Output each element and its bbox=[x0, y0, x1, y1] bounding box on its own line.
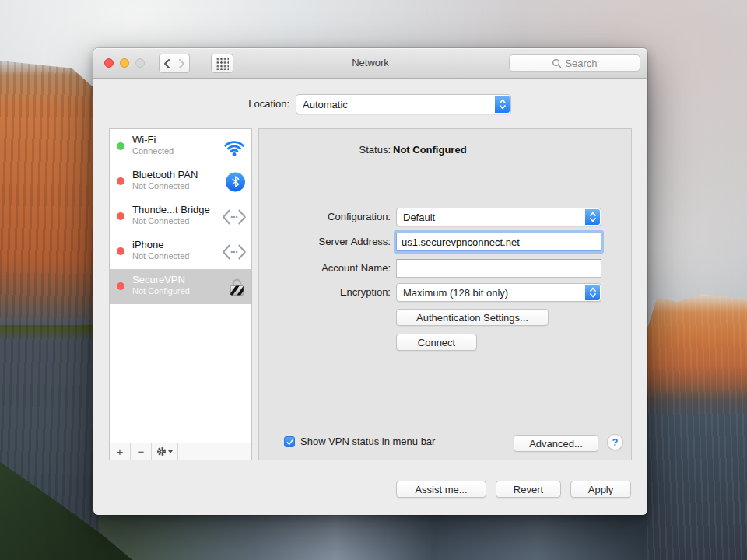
service-name: Thunde...t Bridge bbox=[132, 204, 210, 215]
service-name: SecureVPN bbox=[132, 274, 185, 285]
encryption-label: Encryption: bbox=[259, 286, 391, 298]
advanced-button[interactable]: Advanced... bbox=[514, 435, 598, 452]
apply-button[interactable]: Apply bbox=[570, 481, 631, 498]
forward-chevron-icon bbox=[177, 58, 186, 69]
configuration-label: Configuration: bbox=[259, 211, 391, 222]
checkmark-icon bbox=[286, 438, 294, 446]
back-chevron-icon bbox=[163, 58, 171, 69]
status-dot-red bbox=[117, 177, 124, 185]
bridge-icon bbox=[221, 243, 247, 261]
status-dot-red bbox=[117, 247, 124, 255]
service-name: Wi-Fi bbox=[132, 134, 156, 145]
back-button[interactable] bbox=[159, 54, 174, 73]
wallpaper-right-cliff bbox=[647, 294, 747, 560]
assist-me-button[interactable]: Assist me... bbox=[396, 481, 486, 498]
show-vpn-status-label: Show VPN status in menu bar bbox=[300, 436, 435, 447]
bridge-icon bbox=[221, 208, 247, 226]
grid-icon bbox=[216, 57, 229, 70]
service-status: Not Connected bbox=[132, 216, 189, 226]
status-label: Status: bbox=[259, 144, 391, 156]
desktop: Network Search Location: Automatic bbox=[0, 0, 747, 560]
zoom-button[interactable] bbox=[135, 58, 145, 68]
service-status: Connected bbox=[132, 146, 174, 156]
search-field[interactable]: Search bbox=[509, 54, 640, 72]
status-dot-green bbox=[117, 142, 124, 150]
plus-icon: + bbox=[117, 445, 124, 458]
popup-stepper-icon bbox=[585, 209, 600, 225]
account-name-label: Account Name: bbox=[259, 262, 391, 274]
server-address-field[interactable]: us1.securevpnconnect.net bbox=[396, 233, 601, 251]
configuration-value: Default bbox=[403, 212, 435, 223]
list-actions-bar: + − bbox=[110, 443, 251, 460]
list-item-wifi[interactable]: Wi-Fi Connected bbox=[110, 129, 251, 164]
button-label: Revert bbox=[514, 484, 543, 495]
button-label: Authentication Settings... bbox=[416, 312, 528, 324]
authentication-settings-button[interactable]: Authentication Settings... bbox=[396, 309, 549, 326]
configuration-popup[interactable]: Default bbox=[396, 208, 601, 226]
network-preferences-window: Network Search Location: Automatic bbox=[93, 48, 647, 515]
service-status: Not Configured bbox=[132, 286, 190, 296]
connect-button[interactable]: Connect bbox=[396, 334, 477, 351]
location-label: Location: bbox=[202, 98, 289, 110]
minimize-button[interactable] bbox=[120, 58, 129, 68]
services-list: Wi-Fi Connected Bluetooth PAN Not Connec… bbox=[109, 128, 252, 460]
close-button[interactable] bbox=[104, 58, 114, 68]
window-titlebar: Network Search bbox=[93, 48, 647, 79]
search-placeholder: Search bbox=[565, 58, 597, 69]
status-dot-red bbox=[117, 212, 124, 220]
status-value: Not Configured bbox=[393, 144, 467, 156]
remove-service-button[interactable]: − bbox=[131, 443, 152, 460]
text-caret bbox=[521, 236, 521, 247]
button-label: Assist me... bbox=[415, 484, 467, 495]
encryption-value: Maximum (128 bit only) bbox=[403, 287, 508, 299]
chevron-down-icon bbox=[168, 450, 173, 453]
window-title: Network bbox=[352, 57, 389, 68]
bluetooth-icon bbox=[226, 172, 245, 191]
service-detail-panel: Status: Not Configured Configuration: De… bbox=[258, 128, 632, 460]
service-name: iPhone bbox=[132, 239, 163, 250]
popup-stepper-icon bbox=[495, 96, 510, 113]
list-item-thunderbolt-bridge[interactable]: Thunde...t Bridge Not Connected bbox=[110, 199, 251, 234]
help-button[interactable]: ? bbox=[607, 434, 623, 450]
action-menu-button[interactable] bbox=[152, 443, 178, 460]
minus-icon: − bbox=[138, 445, 145, 458]
service-status: Not Connected bbox=[132, 251, 189, 261]
add-service-button[interactable]: + bbox=[110, 443, 131, 460]
service-status: Not Connected bbox=[132, 181, 189, 191]
list-item-iphone[interactable]: iPhone Not Connected bbox=[110, 234, 251, 269]
list-item-bluetooth-pan[interactable]: Bluetooth PAN Not Connected bbox=[110, 164, 251, 199]
show-all-button[interactable] bbox=[211, 54, 233, 73]
nav-buttons bbox=[159, 54, 190, 73]
button-label: Advanced... bbox=[529, 438, 583, 450]
vpn-lock-icon bbox=[226, 276, 247, 297]
account-name-field[interactable] bbox=[396, 259, 601, 278]
location-value: Automatic bbox=[303, 99, 348, 110]
gear-icon bbox=[156, 446, 167, 457]
show-vpn-status-checkbox[interactable] bbox=[284, 436, 295, 447]
button-label: Connect bbox=[418, 337, 455, 348]
forward-button[interactable] bbox=[174, 54, 190, 73]
status-dot-red bbox=[117, 282, 124, 290]
server-address-label: Server Address: bbox=[259, 236, 391, 247]
revert-button[interactable]: Revert bbox=[496, 481, 561, 498]
encryption-popup[interactable]: Maximum (128 bit only) bbox=[396, 283, 601, 302]
popup-stepper-icon bbox=[585, 285, 600, 300]
service-name: Bluetooth PAN bbox=[132, 169, 198, 180]
wifi-icon bbox=[221, 137, 247, 157]
search-icon bbox=[552, 58, 562, 68]
location-popup[interactable]: Automatic bbox=[296, 94, 511, 114]
question-mark-icon: ? bbox=[612, 436, 619, 448]
server-address-value: us1.securevpnconnect.net bbox=[402, 236, 520, 248]
list-item-securevpn[interactable]: SecureVPN Not Configured bbox=[110, 269, 251, 304]
button-label: Apply bbox=[588, 484, 614, 495]
